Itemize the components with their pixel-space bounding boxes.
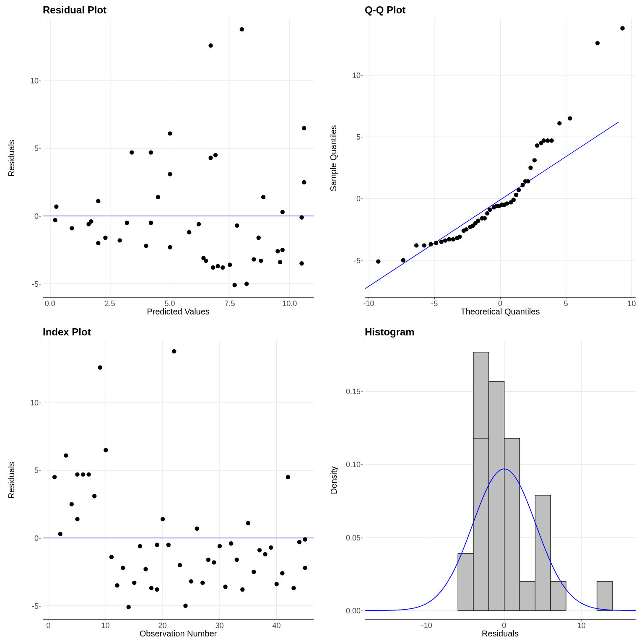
- svg-point-100: [528, 166, 532, 170]
- plot-area: [43, 340, 314, 620]
- svg-point-35: [213, 153, 218, 157]
- svg-point-18: [117, 238, 122, 242]
- svg-point-34: [208, 43, 213, 47]
- svg-point-105: [545, 138, 550, 143]
- svg-point-123: [64, 453, 68, 457]
- svg-point-92: [505, 201, 509, 205]
- svg-point-47: [275, 249, 280, 253]
- svg-point-101: [532, 158, 537, 162]
- svg-point-71: [439, 239, 443, 244]
- svg-point-164: [286, 475, 290, 479]
- svg-point-128: [86, 472, 91, 476]
- svg-point-138: [143, 567, 148, 571]
- svg-point-157: [246, 521, 250, 525]
- y-axis-label: Density: [326, 340, 341, 620]
- svg-point-155: [234, 558, 239, 562]
- svg-point-94: [512, 197, 516, 202]
- svg-point-53: [302, 126, 306, 130]
- svg-point-65: [376, 259, 380, 263]
- svg-point-29: [197, 222, 201, 226]
- svg-point-147: [189, 579, 193, 583]
- y-ticks: -50510: [341, 18, 363, 298]
- y-axis-label: Residuals: [4, 340, 19, 620]
- svg-point-108: [568, 116, 572, 120]
- svg-point-25: [168, 172, 172, 176]
- svg-point-21: [144, 244, 148, 248]
- svg-point-122: [58, 532, 62, 536]
- svg-point-41: [240, 27, 244, 31]
- svg-point-36: [216, 264, 220, 268]
- svg-point-148: [195, 527, 199, 531]
- svg-point-39: [232, 283, 236, 287]
- svg-point-160: [263, 552, 267, 556]
- svg-point-132: [109, 555, 114, 559]
- svg-point-15: [96, 199, 100, 203]
- svg-point-145: [178, 563, 182, 567]
- x-ticks: 010203040: [43, 621, 314, 630]
- svg-point-142: [161, 517, 165, 521]
- svg-point-166: [297, 540, 301, 544]
- svg-point-154: [229, 541, 233, 545]
- svg-point-54: [299, 215, 304, 219]
- svg-point-74: [451, 237, 455, 242]
- panel-title: Q-Q Plot: [365, 4, 640, 16]
- svg-point-70: [434, 241, 438, 245]
- svg-point-159: [257, 548, 262, 552]
- x-ticks: -10-50510: [365, 299, 636, 308]
- svg-point-121: [52, 475, 57, 479]
- svg-point-131: [104, 448, 108, 452]
- y-axis-label: Residuals: [4, 18, 19, 298]
- svg-point-168: [303, 537, 307, 541]
- svg-point-24: [156, 195, 160, 199]
- svg-point-46: [261, 195, 265, 199]
- x-axis-label: Predicted Values: [43, 307, 314, 317]
- svg-point-85: [485, 211, 489, 216]
- svg-point-163: [280, 571, 284, 575]
- svg-point-130: [98, 365, 102, 369]
- svg-point-135: [126, 605, 130, 609]
- svg-point-32: [211, 265, 215, 270]
- svg-point-44: [257, 236, 261, 240]
- y-axis-label: Sample Quantiles: [326, 18, 341, 298]
- svg-point-51: [299, 261, 304, 265]
- svg-point-72: [443, 238, 447, 242]
- svg-point-162: [275, 582, 279, 586]
- svg-point-28: [187, 230, 191, 234]
- svg-point-31: [204, 259, 208, 263]
- svg-point-137: [138, 544, 142, 548]
- x-axis-label: Observation Number: [43, 629, 314, 639]
- svg-point-19: [125, 221, 129, 225]
- panel-title: Residual Plot: [43, 4, 318, 16]
- svg-point-78: [464, 227, 468, 231]
- svg-point-12: [70, 226, 74, 230]
- svg-point-84: [483, 216, 487, 220]
- svg-point-14: [89, 219, 93, 223]
- svg-point-107: [557, 121, 561, 125]
- qq-plot-panel: Q-Q Plot Sample Quantiles -50510 -10-505…: [322, 0, 644, 322]
- plot-area: [43, 18, 314, 298]
- x-axis-label: Theoretical Quantiles: [365, 307, 636, 317]
- svg-point-156: [240, 587, 244, 592]
- svg-point-27: [168, 245, 172, 249]
- index-plot-panel: Index Plot Residuals -50510 010203040 Ob…: [0, 322, 322, 644]
- svg-point-73: [447, 237, 451, 242]
- svg-point-146: [183, 604, 187, 608]
- svg-point-136: [132, 581, 136, 585]
- svg-point-133: [115, 583, 119, 587]
- svg-point-151: [212, 560, 216, 564]
- panel-title: Index Plot: [43, 326, 318, 338]
- panel-title: Histogram: [365, 326, 640, 338]
- svg-point-102: [535, 143, 539, 148]
- svg-point-134: [121, 566, 125, 570]
- svg-point-23: [149, 221, 153, 225]
- svg-point-150: [206, 558, 210, 562]
- svg-point-153: [223, 584, 227, 589]
- y-ticks: -50510: [19, 18, 41, 298]
- svg-point-161: [269, 545, 273, 550]
- svg-point-97: [521, 183, 525, 187]
- svg-point-110: [620, 26, 624, 30]
- svg-point-126: [75, 517, 79, 521]
- svg-point-141: [155, 543, 159, 547]
- svg-point-82: [476, 218, 480, 223]
- svg-point-125: [75, 472, 79, 476]
